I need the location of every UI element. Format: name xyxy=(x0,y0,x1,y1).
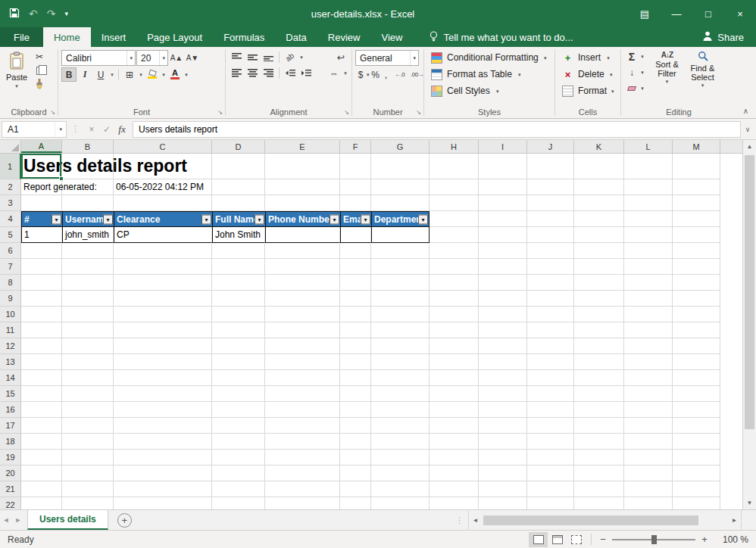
cell-G14[interactable] xyxy=(371,370,430,386)
cell-K3[interactable] xyxy=(574,195,624,211)
cell-I17[interactable] xyxy=(479,418,527,434)
cell-C12[interactable] xyxy=(114,338,212,354)
cell-D8[interactable] xyxy=(212,275,265,291)
page-break-view-button[interactable] xyxy=(567,532,586,547)
cell-G12[interactable] xyxy=(371,338,430,354)
cell-I11[interactable] xyxy=(479,322,527,338)
cell-E6[interactable] xyxy=(265,243,340,259)
cell-I1[interactable] xyxy=(479,154,527,179)
collapse-ribbon-icon[interactable]: ∧ xyxy=(743,107,748,115)
filter-button-D[interactable]: ▾ xyxy=(255,214,264,224)
cell-F14[interactable] xyxy=(340,370,371,386)
cell-C11[interactable] xyxy=(114,322,212,338)
cell-F5[interactable] xyxy=(340,227,371,243)
cell-H8[interactable] xyxy=(430,275,479,291)
cell-L1[interactable] xyxy=(624,154,673,179)
format-painter-button[interactable] xyxy=(32,78,47,92)
cell-H11[interactable] xyxy=(430,322,479,338)
cell-L7[interactable] xyxy=(624,259,673,275)
formula-bar-splitter-icon[interactable]: ⋮ xyxy=(67,124,84,134)
close-button[interactable]: × xyxy=(724,0,756,27)
cell-B21[interactable] xyxy=(62,481,114,497)
cell-J22[interactable] xyxy=(527,497,574,509)
cell-B5[interactable]: john_smith xyxy=(62,227,114,243)
cell-M10[interactable] xyxy=(673,307,720,322)
delete-caret-icon[interactable]: ▾ xyxy=(609,72,614,77)
cell-K6[interactable] xyxy=(574,243,624,259)
cell-B4[interactable]: Username▾ xyxy=(62,211,114,227)
cell-H2[interactable] xyxy=(430,179,479,195)
increase-indent-button[interactable] xyxy=(298,66,314,80)
cell-D22[interactable] xyxy=(212,497,265,509)
insert-function-button[interactable]: fx xyxy=(114,123,130,135)
cell-K10[interactable] xyxy=(574,307,624,322)
underline-caret-icon[interactable]: ▾ xyxy=(109,72,115,77)
cell-M19[interactable] xyxy=(673,450,720,465)
cell-I16[interactable] xyxy=(479,402,527,418)
cell-D1[interactable] xyxy=(212,154,265,179)
cell-E14[interactable] xyxy=(265,370,340,386)
zoom-out-button[interactable]: − xyxy=(597,534,609,545)
cell-I15[interactable] xyxy=(479,386,527,402)
cell-L20[interactable] xyxy=(624,465,673,481)
cell-H3[interactable] xyxy=(430,195,479,211)
accounting-caret-icon[interactable]: ▾ xyxy=(367,72,370,77)
cell-C3[interactable] xyxy=(114,195,212,211)
cell-E1[interactable] xyxy=(265,154,340,179)
cell-C13[interactable] xyxy=(114,354,212,370)
enter-button[interactable]: ✓ xyxy=(99,124,114,135)
cell-D9[interactable] xyxy=(212,291,265,307)
cell-D4[interactable]: Full Name▾ xyxy=(212,211,265,227)
cell-J16[interactable] xyxy=(527,402,574,418)
find-select-caret-icon[interactable]: ▾ xyxy=(701,83,704,88)
cell-D17[interactable] xyxy=(212,418,265,434)
cell-G15[interactable] xyxy=(371,386,430,402)
cell-G17[interactable] xyxy=(371,418,430,434)
number-format-combo[interactable]: General▾ xyxy=(355,50,419,66)
row-header-22[interactable]: 22 xyxy=(0,497,21,509)
cell-E19[interactable] xyxy=(265,450,340,465)
cell-K20[interactable] xyxy=(574,465,624,481)
cell-A8[interactable] xyxy=(21,275,62,291)
cell-H10[interactable] xyxy=(430,307,479,322)
cell-E4[interactable]: Phone Number▾ xyxy=(265,211,340,227)
cell-F9[interactable] xyxy=(340,291,371,307)
cell-E10[interactable] xyxy=(265,307,340,322)
cell-L18[interactable] xyxy=(624,434,673,450)
cell-L22[interactable] xyxy=(624,497,673,509)
cell-E9[interactable] xyxy=(265,291,340,307)
column-header-L[interactable]: L xyxy=(624,140,673,153)
clear-caret-icon[interactable]: ▾ xyxy=(639,86,645,91)
cell-M16[interactable] xyxy=(673,402,720,418)
cell-F20[interactable] xyxy=(340,465,371,481)
cell-A17[interactable] xyxy=(21,418,62,434)
minimize-button[interactable]: — xyxy=(661,0,692,27)
cell-H7[interactable] xyxy=(430,259,479,275)
cell-I7[interactable] xyxy=(479,259,527,275)
cell-C9[interactable] xyxy=(114,291,212,307)
zoom-slider-thumb[interactable] xyxy=(651,535,657,544)
cell-C22[interactable] xyxy=(114,497,212,509)
cell-L12[interactable] xyxy=(624,338,673,354)
filter-button-G[interactable]: ▾ xyxy=(418,214,428,224)
cell-H18[interactable] xyxy=(430,434,479,450)
selection-fill-handle[interactable] xyxy=(59,176,64,181)
select-all-button[interactable] xyxy=(0,140,21,153)
cell-M8[interactable] xyxy=(673,275,720,291)
cell-D16[interactable] xyxy=(212,402,265,418)
align-bottom-button[interactable] xyxy=(261,50,276,64)
cell-K11[interactable] xyxy=(574,322,624,338)
cell-J18[interactable] xyxy=(527,434,574,450)
cell-G9[interactable] xyxy=(371,291,430,307)
ribbon-display-options-icon[interactable]: ▤ xyxy=(629,0,661,27)
cell-M4[interactable] xyxy=(673,211,720,227)
cell-B6[interactable] xyxy=(62,243,114,259)
cell-J19[interactable] xyxy=(527,450,574,465)
cell-D12[interactable] xyxy=(212,338,265,354)
increase-decimal-button[interactable]: ←.0 xyxy=(392,67,408,82)
cell-H19[interactable] xyxy=(430,450,479,465)
insert-caret-icon[interactable]: ▾ xyxy=(605,55,611,61)
cell-K21[interactable] xyxy=(574,481,624,497)
formula-input[interactable]: Users details report xyxy=(133,121,741,138)
cell-D18[interactable] xyxy=(212,434,265,450)
